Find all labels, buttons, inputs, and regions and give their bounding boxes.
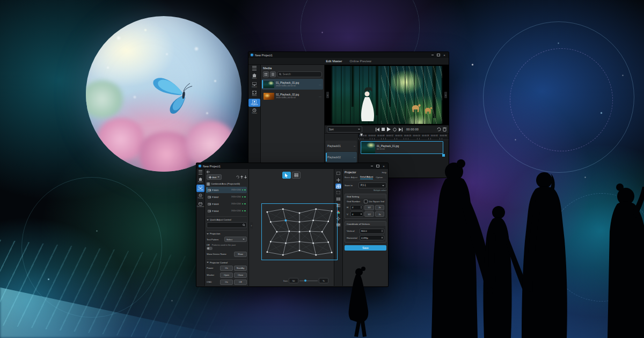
section-quick-adjust[interactable]: Quick Adjust Control: [207, 216, 247, 221]
tab-online-preview[interactable]: Online Preview: [349, 60, 371, 63]
titlebar[interactable]: New Project1 ×: [196, 163, 388, 169]
skip-end-icon[interactable]: [399, 128, 402, 131]
titlebar[interactable]: New Project1 ×: [248, 52, 449, 58]
size-slider[interactable]: [299, 281, 318, 281]
section-projector-control[interactable]: Projector Control: [207, 259, 247, 264]
sort-down-icon[interactable]: [244, 175, 247, 179]
section-projection[interactable]: Projection: [207, 230, 247, 235]
tab-edit-master[interactable]: Edit Master: [326, 60, 342, 63]
tab-basic-adjust[interactable]: Basic Adjust: [345, 176, 357, 179]
h-double-button[interactable]: 2x: [375, 205, 384, 210]
vertical-dropdown[interactable]: 800.0: [360, 229, 384, 234]
nav-home[interactable]: Home: [248, 72, 260, 80]
timeline-ruler[interactable]: 00:00:0000:00:0400:00:0800:00:1200:00:16…: [358, 134, 449, 140]
projector-row[interactable]: PJ003 1920×1200: [207, 201, 247, 207]
projector-row[interactable]: PJ001 1920×1200: [207, 187, 247, 193]
shutter-open-button[interactable]: Open: [220, 273, 233, 278]
lens-icon[interactable]: [335, 177, 341, 182]
spinner-icon[interactable]: [382, 230, 383, 232]
media-search[interactable]: [277, 71, 322, 77]
spinner-icon[interactable]: [361, 206, 362, 209]
masking-icon[interactable]: [335, 190, 341, 195]
back-icon[interactable]: [207, 171, 210, 173]
v-double-button[interactable]: 2x: [375, 211, 384, 217]
nav-media[interactable]: Media: [248, 90, 260, 98]
geometry-icon[interactable]: [335, 183, 341, 189]
collapse-icon[interactable]: –: [354, 144, 355, 148]
slider-knob-icon[interactable]: [304, 280, 306, 282]
pattern-toggle[interactable]: [207, 247, 213, 250]
nav-preset[interactable]: Preset: [248, 107, 260, 115]
projector-setup-icon[interactable]: [335, 171, 341, 176]
tab-detail-adjust[interactable]: Detail Adjust: [360, 175, 373, 179]
h-half-button[interactable]: 1/2: [364, 205, 374, 210]
shutter-close-button[interactable]: Close: [234, 273, 247, 278]
more-icon[interactable]: …: [319, 94, 321, 98]
clip-trim-handle[interactable]: [442, 154, 445, 157]
play-icon[interactable]: [387, 127, 391, 131]
nav-replay[interactable]: Replay: [196, 193, 204, 200]
nav-playback[interactable]: Playback: [248, 99, 260, 107]
h-input[interactable]: 4: [350, 205, 363, 210]
size-value[interactable]: 50: [289, 278, 298, 283]
spinner-icon[interactable]: [361, 213, 362, 216]
minimize-button[interactable]: [370, 164, 374, 168]
geometry-canvas[interactable]: ‹ Size 50 %: [249, 169, 334, 286]
test-pattern-select[interactable]: Select: [224, 237, 247, 242]
uniformity-icon[interactable]: [335, 196, 341, 202]
projector-row[interactable]: PJ004 1920×1200: [207, 208, 247, 214]
track-row[interactable]: Playback02 –: [326, 152, 357, 163]
close-button[interactable]: ×: [442, 53, 447, 57]
multiple-select-link[interactable]: Multiple select: [345, 189, 386, 192]
minimize-button[interactable]: [430, 53, 435, 57]
save-button[interactable]: Save: [345, 245, 386, 251]
square-grid-checkbox[interactable]: [364, 200, 368, 203]
nav-device[interactable]: Device: [248, 81, 260, 89]
stop-icon[interactable]: [382, 128, 385, 131]
osd-off-button[interactable]: Off: [234, 280, 247, 285]
close-button[interactable]: ×: [382, 164, 386, 168]
media-item[interactable]: 02_Playback_02.jpg 1920×1080 | 00:00:10 …: [262, 91, 323, 101]
maximize-button[interactable]: [436, 53, 441, 57]
quick-adjust-search[interactable]: [207, 222, 247, 228]
sort-up-icon[interactable]: [240, 175, 243, 179]
skip-start-icon[interactable]: [376, 128, 379, 131]
help-link[interactable]: Help: [382, 171, 386, 174]
track-row[interactable]: Playback01 –: [326, 141, 357, 151]
grid-view-button[interactable]: [263, 71, 269, 77]
repeat-icon[interactable]: [437, 127, 441, 131]
sort-dropdown[interactable]: Sort: [327, 126, 362, 133]
grid-tool-button[interactable]: [292, 172, 301, 179]
horizontal-dropdown[interactable]: 4,096p: [360, 235, 384, 240]
tab-option[interactable]: Option: [376, 176, 383, 179]
trash-icon[interactable]: [443, 127, 447, 131]
timeline-clip[interactable]: 01_Playback_01.jpg 00:10:00: [361, 141, 443, 154]
select-tool-button[interactable]: [282, 172, 291, 179]
refresh-icon[interactable]: [236, 175, 239, 179]
projector-row[interactable]: PJ002 1920×1200: [207, 194, 247, 200]
show-device-button[interactable]: Show: [234, 252, 247, 257]
group-name[interactable]: Combined Area (Projector00): [211, 182, 240, 185]
marker-icon[interactable]: [393, 128, 397, 131]
nav-database[interactable]: Database: [196, 201, 204, 209]
menu-icon[interactable]: [199, 170, 202, 174]
v-input[interactable]: 4: [350, 211, 363, 217]
collapse-icon[interactable]: –: [354, 156, 355, 159]
search-input[interactable]: [283, 73, 320, 76]
add-device-button[interactable]: Add: [207, 174, 222, 180]
nav-home[interactable]: Home: [196, 177, 204, 184]
collapse-right-icon[interactable]: ›: [444, 92, 447, 98]
v-half-button[interactable]: 1/2: [364, 211, 374, 217]
warp-mesh[interactable]: [265, 207, 334, 256]
osd-on-button[interactable]: On: [220, 280, 233, 285]
media-item[interactable]: 01_Playback_01.jpg 1920×1080 | 00:00:10 …: [262, 79, 323, 90]
power-on-button[interactable]: On: [220, 266, 233, 271]
collapse-left-icon[interactable]: ‹: [250, 222, 253, 229]
menu-icon[interactable]: [252, 66, 257, 70]
warp-selection-rect[interactable]: [261, 203, 338, 260]
spinner-icon[interactable]: [382, 237, 383, 239]
list-view-button[interactable]: [270, 71, 276, 77]
save-to-dropdown[interactable]: PJ-1: [358, 182, 386, 188]
power-standby-button[interactable]: Standby: [234, 266, 247, 271]
maximize-button[interactable]: [376, 164, 380, 168]
